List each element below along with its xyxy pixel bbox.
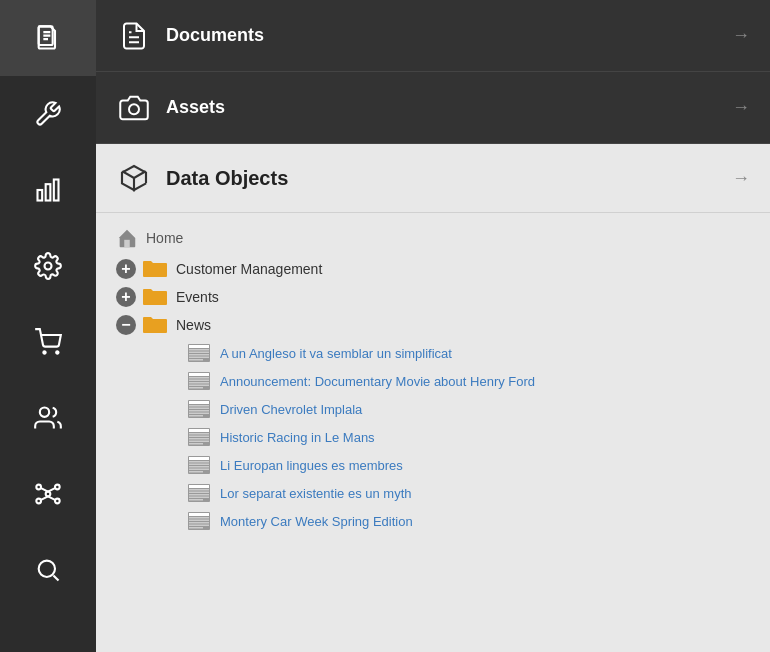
expand-events-icon[interactable]: + [116,287,136,307]
news-child-label-0: A un Angleso it va semblar un simplifica… [220,346,452,361]
svg-rect-57 [189,485,209,488]
svg-rect-40 [189,413,209,415]
tree: Home + Customer Management + Events [96,213,770,543]
events-label: Events [176,289,219,305]
svg-rect-24 [189,352,209,354]
svg-rect-67 [189,522,209,524]
home-label: Home [146,230,183,246]
folder-customer-icon [142,259,168,279]
wrench-icon [34,100,62,128]
folder-news-icon [142,315,168,335]
tree-item-events[interactable]: + Events [116,283,770,311]
news-child-1[interactable]: Announcement: Documentary Movie about He… [188,367,770,395]
svg-rect-44 [189,433,209,435]
svg-rect-50 [189,457,209,460]
news-doc-icon-1 [188,372,210,390]
svg-rect-58 [189,489,209,491]
svg-rect-52 [189,464,209,466]
svg-point-9 [36,485,41,490]
tree-item-news[interactable]: − News [116,311,770,339]
svg-rect-61 [189,497,209,499]
sidebar-item-cart[interactable] [0,304,96,380]
assets-arrow: → [732,97,750,118]
svg-point-8 [46,492,51,497]
assets-label: Assets [166,97,732,118]
svg-rect-3 [54,180,59,201]
main-area: Documents → Assets → Data O [96,0,770,652]
news-doc-icon-3 [188,428,210,446]
svg-rect-51 [189,461,209,463]
svg-rect-1 [38,190,43,201]
news-doc-icon-6 [188,512,210,530]
expand-customer-icon[interactable]: + [116,259,136,279]
news-label: News [176,317,211,333]
svg-rect-64 [189,513,209,516]
svg-point-5 [43,351,45,353]
svg-rect-65 [189,517,209,519]
svg-point-18 [129,104,139,114]
svg-rect-32 [189,382,209,384]
svg-rect-20 [124,240,130,247]
svg-rect-68 [189,525,209,527]
sidebar-item-analytics[interactable] [0,152,96,228]
svg-rect-45 [189,436,209,438]
news-child-label-3: Historic Racing in Le Mans [220,430,375,445]
svg-rect-23 [189,349,209,351]
svg-rect-37 [189,405,209,407]
svg-rect-62 [189,499,203,501]
svg-rect-47 [189,441,209,443]
svg-rect-43 [189,429,209,432]
assets-menu-icon [116,90,152,126]
svg-rect-54 [189,469,209,471]
svg-rect-59 [189,492,209,494]
news-child-label-2: Driven Chevrolet Implala [220,402,362,417]
assets-menu-item[interactable]: Assets → [96,72,770,144]
svg-rect-48 [189,443,203,445]
gear-icon [34,252,62,280]
sidebar-item-wrench[interactable] [0,76,96,152]
sidebar-item-settings[interactable] [0,228,96,304]
svg-line-14 [53,575,58,580]
svg-rect-38 [189,408,209,410]
documents-menu-item[interactable]: Documents → [96,0,770,72]
svg-rect-36 [189,401,209,404]
news-children: A un Angleso it va semblar un simplifica… [116,339,770,535]
svg-rect-66 [189,520,209,522]
documents-arrow: → [732,25,750,46]
top-menu: Documents → Assets → [96,0,770,144]
news-child-3[interactable]: Historic Racing in Le Mans [188,423,770,451]
sidebar-item-users[interactable] [0,380,96,456]
sidebar-item-document[interactable] [0,0,96,76]
news-child-4[interactable]: Li Europan lingues es membres [188,451,770,479]
svg-rect-22 [189,345,209,348]
svg-rect-46 [189,438,209,440]
customer-management-label: Customer Management [176,261,322,277]
sidebar-item-network[interactable] [0,456,96,532]
news-doc-icon-4 [188,456,210,474]
camera-icon [119,93,149,123]
documents-label: Documents [166,25,732,46]
news-child-label-1: Announcement: Documentary Movie about He… [220,374,535,389]
search-icon [34,556,62,584]
cart-icon [34,328,62,356]
news-child-label-4: Li Europan lingues es membres [220,458,403,473]
sidebar-item-search[interactable] [0,532,96,608]
svg-rect-34 [189,387,203,389]
svg-point-4 [45,263,52,270]
data-objects-header[interactable]: Data Objects → [96,144,770,213]
news-child-5[interactable]: Lor separat existentie es un myth [188,479,770,507]
svg-point-6 [56,351,58,353]
news-child-label-6: Montery Car Week Spring Edition [220,514,413,529]
data-objects-label: Data Objects [166,167,732,190]
svg-point-12 [55,499,60,504]
news-child-2[interactable]: Driven Chevrolet Implala [188,395,770,423]
tree-item-customer-management[interactable]: + Customer Management [116,255,770,283]
svg-point-7 [40,408,49,417]
tree-item-home[interactable]: Home [116,221,770,255]
news-child-6[interactable]: Montery Car Week Spring Edition [188,507,770,535]
bar-chart-icon [34,176,62,204]
news-child-0[interactable]: A un Angleso it va semblar un simplifica… [188,339,770,367]
collapse-news-icon[interactable]: − [116,315,136,335]
svg-rect-33 [189,385,209,387]
svg-rect-27 [189,359,203,361]
